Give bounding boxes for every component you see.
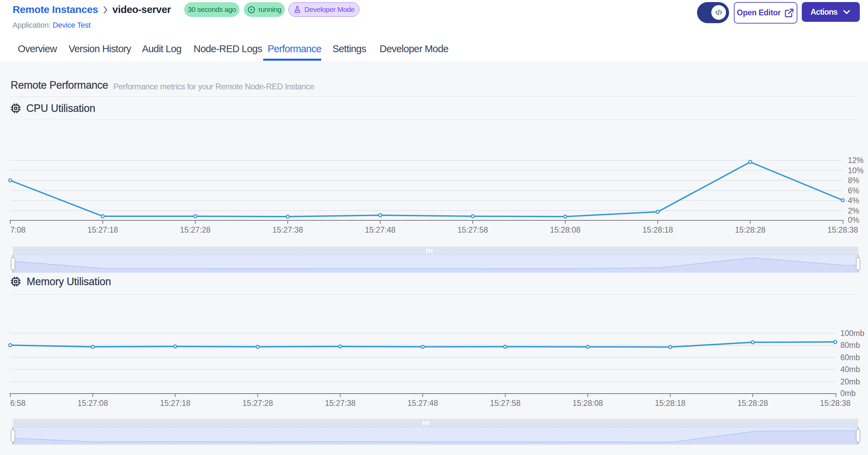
svg-text:10%: 10% — [848, 166, 864, 175]
svg-text:15:28:38: 15:28:38 — [820, 399, 851, 408]
svg-text:15:27:28: 15:27:28 — [242, 399, 273, 408]
svg-text:60mb: 60mb — [840, 353, 860, 362]
svg-text:15:27:58: 15:27:58 — [457, 225, 488, 234]
svg-text:15:27:58: 15:27:58 — [490, 399, 521, 408]
svg-text:4%: 4% — [848, 196, 859, 205]
svg-text:6:58: 6:58 — [10, 399, 26, 408]
svg-text:15:28:18: 15:28:18 — [642, 225, 673, 234]
svg-text:12%: 12% — [848, 156, 864, 165]
svg-text:15:27:18: 15:27:18 — [160, 399, 191, 408]
svg-text:15:27:18: 15:27:18 — [87, 225, 118, 234]
svg-text:80mb: 80mb — [840, 341, 860, 350]
svg-text:40mb: 40mb — [840, 365, 860, 374]
svg-text:15:28:28: 15:28:28 — [738, 399, 768, 408]
svg-text:15:28:38: 15:28:38 — [827, 225, 858, 234]
svg-text:15:28:08: 15:28:08 — [572, 399, 603, 408]
svg-text:15:27:48: 15:27:48 — [365, 225, 396, 234]
svg-text:15:28:28: 15:28:28 — [735, 225, 766, 234]
svg-text:100mb: 100mb — [840, 329, 864, 338]
svg-text:20mb: 20mb — [840, 377, 860, 386]
svg-text:7:08: 7:08 — [10, 225, 26, 234]
svg-text:6%: 6% — [848, 186, 859, 195]
svg-text:15:27:08: 15:27:08 — [77, 399, 108, 408]
svg-text:15:27:38: 15:27:38 — [325, 399, 356, 408]
svg-text:15:28:18: 15:28:18 — [655, 399, 686, 408]
svg-text:0%: 0% — [848, 216, 859, 224]
svg-text:15:27:48: 15:27:48 — [408, 399, 438, 408]
svg-text:2%: 2% — [848, 206, 859, 215]
svg-text:15:27:38: 15:27:38 — [272, 225, 303, 234]
svg-text:0mb: 0mb — [840, 389, 856, 398]
svg-text:8%: 8% — [848, 176, 859, 185]
svg-text:15:27:28: 15:27:28 — [180, 225, 211, 234]
svg-text:15:28:08: 15:28:08 — [550, 225, 581, 234]
